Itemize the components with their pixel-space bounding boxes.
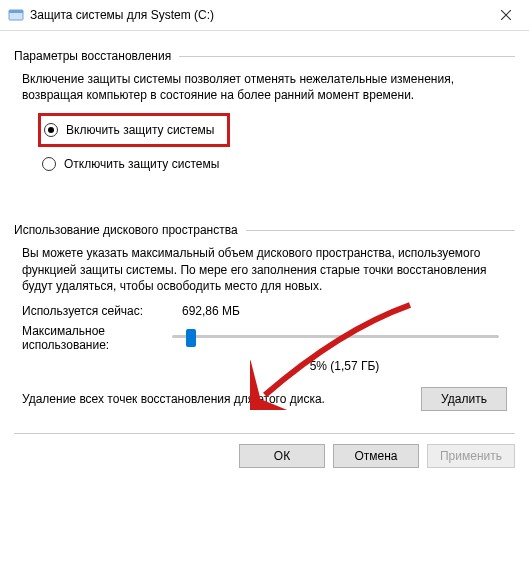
delete-description: Удаление всех точек восстановления для э…: [22, 391, 407, 407]
slider-track: [172, 335, 499, 338]
separator: [179, 56, 515, 57]
slider-value-text: 5% (1,57 ГБ): [174, 359, 515, 373]
disk-usage-header: Использование дискового пространства: [14, 223, 515, 237]
restore-settings-header: Параметры восстановления: [14, 49, 515, 63]
radio-icon: [42, 157, 56, 171]
window-title: Защита системы для System (C:): [30, 8, 214, 22]
system-protection-icon: [8, 7, 24, 23]
current-usage-row: Используется сейчас: 692,86 МБ: [22, 304, 507, 318]
max-usage-label: Максимальное использование:: [22, 324, 152, 353]
delete-button[interactable]: Удалить: [421, 387, 507, 411]
close-button[interactable]: [483, 0, 529, 30]
radio-disable-protection[interactable]: Отключить защиту системы: [42, 153, 515, 175]
titlebar: Защита системы для System (C:): [0, 0, 529, 31]
radio-enable-protection[interactable]: Включить защиту системы: [44, 119, 215, 141]
slider-thumb[interactable]: [186, 329, 196, 347]
current-usage-label: Используется сейчас:: [22, 304, 172, 318]
dialog-button-row: ОК Отмена Применить: [0, 434, 529, 482]
ok-button[interactable]: ОК: [239, 444, 325, 468]
radio-icon: [44, 123, 58, 137]
close-icon: [501, 10, 511, 20]
highlighted-option: Включить защиту системы: [38, 113, 230, 147]
disk-usage-label: Использование дискового пространства: [14, 223, 246, 237]
separator: [246, 230, 515, 231]
dialog-content: Параметры восстановления Включение защит…: [0, 31, 529, 411]
radio-enable-label: Включить защиту системы: [66, 123, 215, 137]
svg-rect-1: [9, 10, 23, 13]
delete-row: Удаление всех точек восстановления для э…: [22, 387, 507, 411]
disk-usage-description: Вы можете указать максимальный объем дис…: [22, 245, 507, 294]
restore-settings-label: Параметры восстановления: [14, 49, 179, 63]
cancel-button[interactable]: Отмена: [333, 444, 419, 468]
restore-description: Включение защиты системы позволяет отмен…: [22, 71, 507, 103]
apply-button: Применить: [427, 444, 515, 468]
max-usage-slider[interactable]: [172, 326, 499, 350]
current-usage-value: 692,86 МБ: [182, 304, 240, 318]
max-usage-row: Максимальное использование:: [22, 324, 507, 353]
radio-disable-label: Отключить защиту системы: [64, 157, 219, 171]
